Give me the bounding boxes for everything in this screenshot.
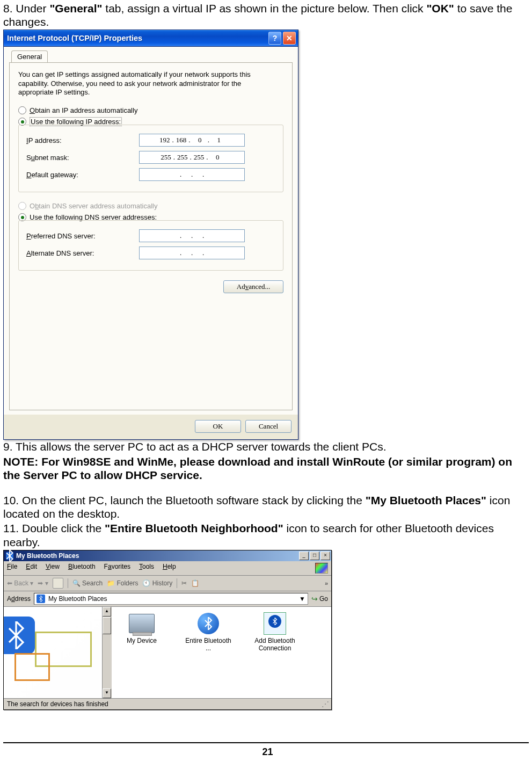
radio-obtain-dns [18, 202, 26, 210]
address-label: Address [7, 595, 31, 603]
menu-bluetooth[interactable]: Bluetooth [68, 563, 96, 574]
sidebar-decoration [14, 653, 50, 681]
windows-logo-icon [315, 563, 328, 574]
item-entire-bluetooth[interactable]: Entire Bluetooth ... [183, 610, 234, 695]
label-ip-address: IP address: [26, 136, 139, 144]
bt-address-bar: Address My Bluetooth Places ▼ ↪Go [4, 591, 331, 607]
resize-grip-icon[interactable]: ⋰ [322, 700, 328, 708]
help-button[interactable]: ? [268, 32, 281, 45]
bluetooth-large-icon [4, 617, 35, 654]
item-label: My Device [116, 637, 167, 644]
step8-ok: "OK" [426, 2, 454, 15]
dialog-description: You can get IP settings assigned automat… [18, 70, 265, 97]
address-field[interactable]: My Bluetooth Places ▼ [34, 593, 308, 605]
sidebar-scrollbar[interactable]: ▲ ▼ [102, 607, 111, 698]
item-my-device[interactable]: My Device [116, 610, 167, 695]
step-9: 9. This allows the server PC to act as a… [3, 440, 532, 453]
copy-icon[interactable]: 📋 [191, 579, 199, 587]
step-8: 8. Under "General" tab, assign a virtual… [3, 2, 532, 28]
bt-status-bar: The search for devices has finished ⋰ [4, 698, 331, 709]
radio-obtain-dns-label: Obtain DNS server address automatically [30, 202, 157, 210]
label-alternate-dns: Alternate DNS server: [26, 249, 139, 257]
step-10: 10. On the client PC, launch the Bluetoo… [3, 494, 532, 520]
page-number: 21 [3, 746, 532, 758]
bluetooth-icon [6, 552, 13, 560]
history-button[interactable]: 🕙 History [142, 579, 172, 587]
tab-general[interactable]: General [11, 50, 48, 63]
step11-prefix: 11. Double click the [3, 522, 105, 534]
status-text: The search for devices has finished [7, 700, 108, 708]
bt-title: My Bluetooth Places [16, 552, 298, 560]
menu-favorites[interactable]: Favorites [104, 563, 130, 574]
note-text: NOTE: For Win98SE and WinMe, please down… [3, 455, 512, 481]
step8-general: "General" [49, 2, 102, 15]
toolbar-overflow[interactable]: » [325, 580, 328, 586]
minimize-button[interactable]: _ [299, 552, 309, 560]
bt-titlebar: My Bluetooth Places _ □ × [4, 550, 331, 561]
bluetooth-icon [37, 595, 45, 603]
menu-edit[interactable]: Edit [26, 563, 37, 574]
bt-toolbar: ⬅ Back ▾ ➡ ▾ 🔍 Search 📁 Folders 🕙 Histor… [4, 576, 331, 591]
label-subnet-mask: Subnet mask: [26, 154, 139, 162]
forward-button: ➡ ▾ [38, 579, 48, 587]
label-preferred-dns: Preferred DNS server: [26, 232, 139, 240]
input-subnet-mask[interactable]: 255. 255. 255. 0 [139, 151, 245, 164]
bt-sidebar: ▲ ▼ [4, 607, 112, 698]
bluetooth-places-window: My Bluetooth Places _ □ × File Edit View… [3, 550, 332, 710]
menu-tools[interactable]: Tools [139, 563, 154, 574]
cut-icon[interactable]: ✂ [181, 579, 187, 587]
item-add-connection[interactable]: Add Bluetooth Connection [249, 610, 301, 695]
item-label: Add Bluetooth Connection [249, 637, 301, 652]
maximize-button[interactable]: □ [310, 552, 319, 560]
input-ip-address[interactable]: 192. 168. 0 . 1 [139, 134, 245, 147]
cancel-button[interactable]: Cancel [245, 420, 291, 433]
dropdown-icon[interactable]: ▼ [299, 595, 305, 603]
dialog-title: Internet Protocol (TCP/IP) Properties [7, 34, 267, 42]
step10-prefix: 10. On the client PC, launch the Bluetoo… [3, 494, 366, 506]
input-alternate-dns[interactable]: . . . [139, 247, 245, 259]
radio-obtain-ip-label: Obtain an IP address automatically [30, 106, 137, 114]
advanced-button[interactable]: Advanced... [223, 280, 283, 293]
address-value: My Bluetooth Places [48, 595, 107, 603]
close-button[interactable]: × [320, 552, 330, 560]
bt-content: ▲ ▼ My Device Entire Bluetooth ... [4, 607, 331, 698]
search-button[interactable]: 🔍 Search [72, 579, 103, 587]
step-11: 11. Double click the "Entire Bluetooth N… [3, 521, 532, 548]
menu-file[interactable]: File [7, 563, 17, 574]
dialog-titlebar: Internet Protocol (TCP/IP) Properties ? … [4, 30, 298, 47]
input-preferred-dns[interactable]: . . . [139, 229, 245, 242]
menu-help[interactable]: Help [163, 563, 176, 574]
tcpip-properties-dialog: Internet Protocol (TCP/IP) Properties ? … [3, 30, 298, 440]
step11-bold: "Entire Bluetooth Neighborhood" [105, 522, 283, 534]
step8-mid: tab, assign a virtual IP as shown in the… [103, 2, 427, 15]
up-folder-icon[interactable] [53, 578, 63, 589]
close-button[interactable]: ✕ [283, 32, 296, 45]
step10-bold: "My Bluetooth Places" [366, 494, 486, 506]
step8-prefix: 8. Under [3, 2, 49, 15]
ok-button[interactable]: OK [195, 420, 241, 433]
back-button: ⬅ Back ▾ [7, 579, 33, 587]
footer-divider [3, 742, 529, 743]
item-label: Entire Bluetooth ... [183, 637, 234, 652]
input-default-gateway[interactable]: . . . [139, 168, 245, 181]
menu-view[interactable]: View [46, 563, 60, 574]
bt-menubar: File Edit View Bluetooth Favorites Tools… [4, 561, 331, 576]
label-default-gateway: Default gateway: [26, 171, 139, 179]
go-button[interactable]: ↪Go [311, 595, 328, 603]
radio-obtain-ip[interactable] [18, 106, 26, 114]
folders-button[interactable]: 📁 Folders [107, 579, 138, 587]
